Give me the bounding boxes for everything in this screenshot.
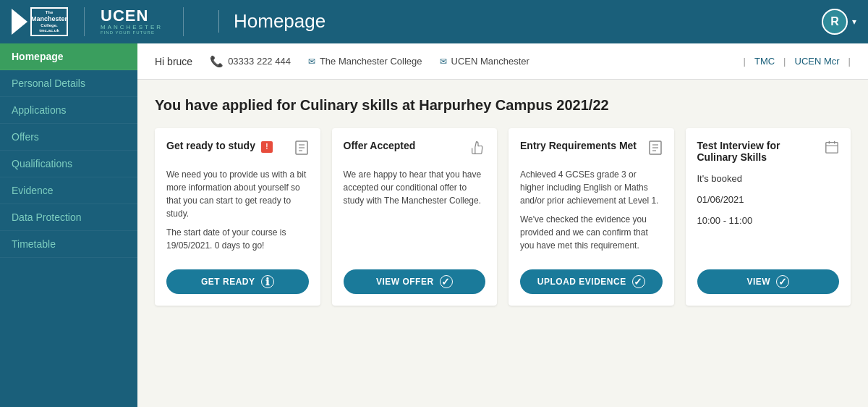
thumbs-up-icon: [471, 140, 485, 159]
tmc-link[interactable]: TMC: [752, 54, 778, 68]
upload-evidence-label: UPLOAD EVIDENCE: [537, 277, 626, 287]
page-title: Homepage: [218, 10, 326, 33]
card-3-list-icon: [648, 140, 663, 159]
divider-2: |: [783, 56, 786, 67]
sidebar-item-timetable[interactable]: Timetable: [0, 231, 137, 258]
avatar-chevron-icon[interactable]: ▾: [852, 17, 856, 27]
card-3-body: Achieved 4 GCSEs grade 3 or higher inclu…: [520, 168, 663, 258]
logo-area: The Manchester College. tmc.ac.uk UCEN M…: [12, 7, 326, 36]
card-test-interview: Test Interview for Culinary Skills: [686, 128, 851, 306]
card-1-list-icon: [294, 140, 309, 159]
card-1-header: Get ready to study !: [166, 140, 309, 159]
tmc-logo: The Manchester College. tmc.ac.uk: [30, 7, 68, 36]
sidebar-item-evidence[interactable]: Evidence: [0, 177, 137, 204]
card-1-body: We need you to provide us with a bit mor…: [166, 168, 309, 258]
sidebar-item-applications[interactable]: Applications: [0, 97, 137, 124]
card-2-text-1: We are happy to hear that you have accep…: [344, 168, 486, 207]
phone-contact: 📞 03333 222 444: [210, 55, 291, 68]
get-ready-label: GET READY: [201, 277, 255, 287]
divider-1: |: [744, 56, 746, 67]
card-4-title: Test Interview for Culinary Skills: [697, 140, 821, 163]
sidebar-item-qualifications[interactable]: Qualifications: [0, 151, 137, 177]
phone-number: 03333 222 444: [228, 56, 291, 67]
card-offer-accepted: Offer Accepted We are happy to hear that…: [332, 128, 498, 306]
card-get-ready: Get ready to study !: [155, 128, 320, 306]
sidebar-item-personal-details[interactable]: Personal Details: [0, 70, 137, 97]
card-4-body: It's booked 01/06/2021 10:00 - 11:00: [697, 172, 840, 258]
card-1-text-2: The start date of your course is 19/05/2…: [166, 226, 309, 252]
content-area: Hi bruce 📞 03333 222 444 ✉ The Mancheste…: [137, 43, 868, 407]
greeting-text: Hi bruce: [155, 56, 192, 67]
card-1-title: Get ready to study !: [166, 140, 290, 153]
tmc-line2: Manchester: [31, 15, 67, 23]
info-icon: ℹ: [261, 275, 274, 288]
tmc-line4: tmc.ac.uk: [39, 28, 59, 33]
card-2-header: Offer Accepted: [344, 140, 486, 159]
ucen-text-sub: MANCHESTER: [101, 24, 163, 30]
check-icon-2: ✓: [632, 275, 645, 288]
sidebar: Homepage Personal Details Applications O…: [0, 43, 137, 407]
tmc-line1: The: [46, 10, 54, 15]
main-layout: Homepage Personal Details Applications O…: [0, 43, 868, 407]
card-1-footer: GET READY ℹ: [166, 269, 309, 294]
sub-header-bar: Hi bruce 📞 03333 222 444 ✉ The Mancheste…: [137, 43, 868, 80]
card-1-badge: !: [261, 141, 273, 153]
upload-evidence-button[interactable]: UPLOAD EVIDENCE ✓: [520, 269, 663, 294]
check-icon-3: ✓: [776, 275, 789, 288]
ucen-logo: UCEN MANCHESTER FIND YOUR FUTURE: [101, 8, 163, 35]
cards-row: Get ready to study !: [155, 128, 851, 306]
top-header: The Manchester College. tmc.ac.uk UCEN M…: [0, 0, 868, 43]
ucen-text-tagline: FIND YOUR FUTURE: [101, 30, 163, 35]
college2-contact: ✉ UCEN Manchester: [440, 56, 529, 67]
card-3-title: Entry Requirements Met: [520, 140, 644, 151]
get-ready-button[interactable]: GET READY ℹ: [166, 269, 309, 294]
divider-3: |: [848, 56, 851, 67]
calendar-icon: [825, 140, 839, 158]
card-3-footer: UPLOAD EVIDENCE ✓: [520, 269, 663, 294]
view-offer-button[interactable]: VIEW OFFER ✓: [344, 269, 486, 294]
card-3-text-2: We've checked the evidence you provided …: [520, 213, 663, 252]
sidebar-item-homepage[interactable]: Homepage: [0, 43, 137, 70]
card-3-header: Entry Requirements Met: [520, 140, 663, 159]
section-heading: You have applied for Culinary skills at …: [155, 97, 851, 114]
card-entry-requirements: Entry Requirements Met Achieved 4 GCSEs …: [509, 128, 674, 306]
email-icon-1: ✉: [308, 56, 315, 67]
ucen-text-big: UCEN: [101, 8, 163, 24]
view-button[interactable]: VIEW ✓: [697, 269, 840, 294]
check-icon-1: ✓: [440, 275, 453, 288]
card-4-book-info: It's booked 01/06/2021 10:00 - 11:00: [697, 172, 840, 228]
college2-name: UCEN Manchester: [451, 56, 529, 67]
card-3-text-1: Achieved 4 GCSEs grade 3 or higher inclu…: [520, 168, 663, 207]
sub-header-links: | TMC | UCEN Mcr |: [744, 54, 851, 68]
email-icon-2: ✉: [440, 56, 447, 67]
view-offer-label: VIEW OFFER: [376, 277, 434, 287]
triangle-logo-icon: [12, 9, 27, 35]
card-2-title: Offer Accepted: [344, 140, 467, 151]
card-4-header: Test Interview for Culinary Skills: [697, 140, 840, 163]
svg-rect-8: [826, 143, 838, 154]
college1-contact: ✉ The Manchester College: [308, 56, 422, 67]
college1-name: The Manchester College: [320, 56, 422, 67]
sidebar-item-data-protection[interactable]: Data Protection: [0, 204, 137, 231]
avatar[interactable]: R: [822, 9, 848, 35]
sidebar-item-offers[interactable]: Offers: [0, 124, 137, 151]
view-label: VIEW: [746, 277, 770, 287]
card-2-footer: VIEW OFFER ✓: [344, 269, 486, 294]
ucen-mcr-link[interactable]: UCEN Mcr: [792, 54, 843, 68]
card-4-footer: VIEW ✓: [697, 269, 840, 294]
phone-icon: 📞: [210, 55, 224, 68]
card-2-body: We are happy to hear that you have accep…: [344, 168, 486, 258]
tmc-line3: College.: [41, 23, 57, 28]
card-1-text-1: We need you to provide us with a bit mor…: [166, 168, 309, 220]
main-content: You have applied for Culinary skills at …: [137, 80, 868, 407]
